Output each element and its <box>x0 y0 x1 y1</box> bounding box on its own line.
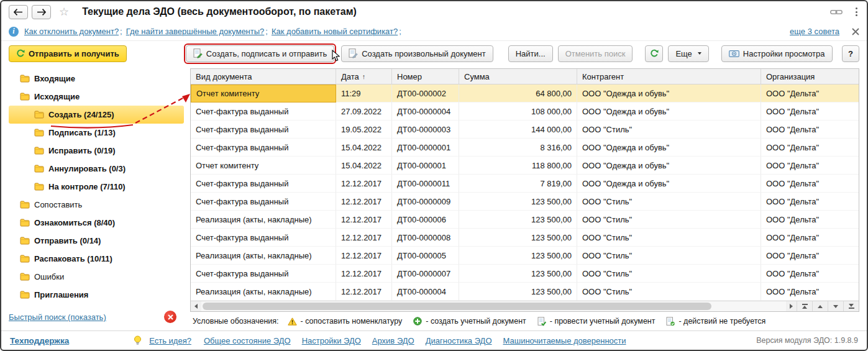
folder-icon <box>34 183 44 191</box>
scrollbar-track[interactable] <box>201 301 786 311</box>
back-button[interactable] <box>9 5 28 19</box>
table-row[interactable]: Счет-фактура выданный19.05.2022ДТ00-0000… <box>191 121 859 139</box>
scroll-left-button[interactable] <box>191 301 201 311</box>
column-header[interactable]: Организация <box>761 69 859 84</box>
table-cell: ООО "Дельта" <box>761 247 859 265</box>
create-arbitrary-document-button[interactable]: Создать произвольный документ <box>341 45 493 62</box>
table-cell: 19.05.2022 <box>336 121 392 139</box>
triangle-right-icon <box>790 304 793 309</box>
sidebar-item[interactable]: На контроле (7/110) <box>9 178 184 196</box>
column-header[interactable]: Вид документа <box>191 69 336 84</box>
table-cell: 12.12.2017 <box>336 229 392 247</box>
idea-link[interactable]: Есть идея? <box>149 336 191 345</box>
go-first-row-button[interactable] <box>797 301 812 311</box>
sidebar-item-label: Ошибки <box>34 272 64 281</box>
quick-search-link[interactable]: Быстрый поиск (показать) <box>9 312 106 322</box>
get-link-icon[interactable] <box>830 9 843 16</box>
favorite-star-icon[interactable]: ☆ <box>59 5 69 19</box>
warning-icon <box>288 317 297 326</box>
sidebar-item[interactable]: Ошибки <box>9 268 184 286</box>
go-last-row-button[interactable] <box>843 301 859 311</box>
table-row[interactable]: Реализация (акты, накладные)12.12.2017ДТ… <box>191 211 859 229</box>
scrollbar-thumb[interactable] <box>203 303 711 310</box>
sidebar-item[interactable]: Исходящие <box>9 88 184 106</box>
table-row[interactable]: Счет-фактура выданный12.12.2017ДТ00-0000… <box>191 265 859 283</box>
table-row[interactable]: Отчет комитенту15.04.2022ДТ00-000001118 … <box>191 157 859 175</box>
table-row[interactable]: Счет-фактура выданный15.04.2022ДТ00-0000… <box>191 139 859 157</box>
folder-icon <box>34 129 44 137</box>
column-header[interactable]: Сумма <box>459 69 577 84</box>
sidebar-item[interactable]: Отправить (0/14) <box>9 232 184 250</box>
table-cell: ООО "Дельта" <box>761 121 859 139</box>
sidebar-bottom: Быстрый поиск (показать) <box>1 308 188 330</box>
close-icon[interactable] <box>852 28 859 35</box>
sidebar-item[interactable]: Подписать (1/13) <box>9 124 184 142</box>
table-cell: ООО "Одежда и обувь" <box>577 175 761 193</box>
cancel-search-button[interactable]: Отменить поиск <box>558 45 633 62</box>
column-header[interactable]: Контрагент <box>577 69 761 84</box>
sidebar-item[interactable]: Распаковать (10/11) <box>9 250 184 268</box>
table-row[interactable]: Реализация (акты, накладные)12.12.2017ДТ… <box>191 247 859 265</box>
help-button[interactable]: ? <box>842 45 859 62</box>
sidebar-item-label: Исходящие <box>34 92 80 101</box>
separator: ; <box>265 27 268 36</box>
footer-link[interactable]: Архив ЭДО <box>372 336 414 345</box>
table-cell: Счет-фактура выданный <box>191 121 336 139</box>
table-row[interactable]: Счет-фактура выданный12.12.2017ДТ00-0000… <box>191 193 859 211</box>
column-header[interactable]: Дата↑ <box>336 69 392 84</box>
refresh-icon <box>16 49 25 58</box>
scroll-right-button[interactable] <box>786 301 797 311</box>
table-row[interactable]: Счет-фактура выданный27.09.2022ДТ00-0000… <box>191 103 859 121</box>
go-prev-row-button[interactable] <box>812 301 828 311</box>
table-cell: 123 500,00 <box>459 211 577 229</box>
table-row[interactable]: Счет-фактура выданный12.12.2017ДТ00-0000… <box>191 229 859 247</box>
table-cell: ДТ00-0000004 <box>392 103 459 121</box>
table-cell: 123 500,00 <box>459 193 577 211</box>
table-row[interactable]: Реализация (акты, накладные)12.12.2017ДТ… <box>191 283 859 301</box>
sidebar-item[interactable]: Входящие <box>9 70 184 88</box>
sidebar-item[interactable]: Приглашения <box>9 286 184 304</box>
go-next-row-button[interactable] <box>828 301 843 311</box>
table-cell: 27.09.2022 <box>336 103 392 121</box>
sidebar-item-label: На контроле (7/110) <box>48 182 126 191</box>
tech-support-link[interactable]: Техподдержка <box>10 336 69 345</box>
triangle-down-icon <box>849 304 854 307</box>
more-menu-icon[interactable] <box>854 6 859 18</box>
titlebar: ☆ Текущие дела ЭДО (весь документооборот… <box>1 1 867 22</box>
table-row[interactable]: Отчет комитенту11:29ДТ00-00000264 800,00… <box>191 84 859 103</box>
view-settings-icon <box>729 50 739 58</box>
footer-link[interactable]: Общее состояние ЭДО <box>204 336 291 345</box>
view-settings-button[interactable]: Настройки просмотра <box>721 45 833 62</box>
horizontal-scrollbar[interactable] <box>191 301 859 311</box>
more-button[interactable]: Еще <box>668 45 708 62</box>
sidebar-item[interactable]: Аннулировать (0/3) <box>9 160 184 178</box>
help-link[interactable]: Как добавить новый сертификат? <box>272 27 398 36</box>
footer-link[interactable]: Диагностика ЭДО <box>426 336 492 345</box>
table-cell: ДТ00-000005 <box>392 247 459 265</box>
sidebar-item[interactable]: Ознакомиться (8/40) <box>9 214 184 232</box>
send-receive-button[interactable]: Отправить и получить <box>9 45 127 62</box>
create-sign-send-button[interactable]: Создать, подписать и отправить <box>186 45 334 62</box>
table-cell: 123 500,00 <box>459 229 577 247</box>
refresh-button[interactable] <box>645 45 663 62</box>
column-label: Дата <box>341 72 359 81</box>
table-cell: 7 819,00 <box>459 175 577 193</box>
footer-link[interactable]: Настройки ЭДО <box>302 336 361 345</box>
table-row[interactable]: Счет-фактура выданный12.12.2017ДТ00-0000… <box>191 175 859 193</box>
clear-filter-button[interactable] <box>163 309 178 324</box>
create-sign-send-label: Создать, подписать и отправить <box>206 49 327 58</box>
sidebar-item[interactable]: Исправить (0/19) <box>9 142 184 160</box>
table-header: Вид документаДата↑НомерСуммаКонтрагентОр… <box>191 69 859 84</box>
column-header[interactable]: Номер <box>392 69 459 84</box>
more-tips-link[interactable]: еще 3 совета <box>790 27 839 36</box>
help-link[interactable]: Где найти завершённые документы? <box>126 27 265 36</box>
footer-link[interactable]: Машиночитаемые доверенности <box>503 336 626 345</box>
find-button[interactable]: Найти... <box>508 45 553 62</box>
forward-button[interactable] <box>32 5 51 19</box>
sidebar-item-label: Распаковать (10/11) <box>34 254 112 263</box>
help-link[interactable]: Как отклонить документ? <box>24 27 119 36</box>
footer-links: Общее состояние ЭДОНастройки ЭДОАрхив ЭД… <box>204 336 626 345</box>
sidebar-item[interactable]: Сопоставить <box>9 196 184 214</box>
sidebar-item-label: Приглашения <box>34 290 88 299</box>
sidebar-item[interactable]: Создать (24/125) <box>9 106 184 124</box>
